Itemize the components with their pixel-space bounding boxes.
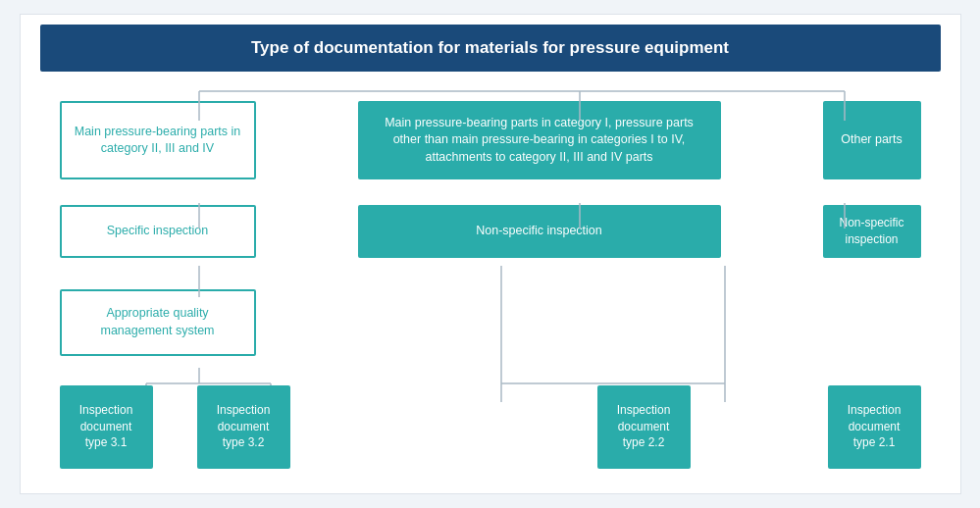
specific-inspection: Specific inspection	[60, 205, 256, 258]
page-title: Type of documentation for materials for …	[40, 25, 941, 72]
doc2-box: Inspection document type 3.2	[197, 385, 290, 469]
non-specific-inspection-col2: Non-specific inspection	[358, 205, 721, 258]
doc3-box: Inspection document type 2.2	[597, 385, 691, 469]
col2-header: Main pressure-bearing parts in category …	[358, 101, 721, 179]
col1-header: Main pressure-bearing parts in category …	[60, 101, 256, 179]
col3-header: Other parts	[823, 101, 921, 179]
doc4-box: Inspection document type 2.1	[828, 385, 921, 469]
doc1-box: Inspection document type 3.1	[60, 385, 153, 469]
non-specific-inspection-col3: Non-specific inspection	[823, 205, 921, 258]
quality-management: Appropriate quality management system	[60, 289, 256, 356]
diagram-container: Type of documentation for materials for …	[20, 14, 961, 494]
